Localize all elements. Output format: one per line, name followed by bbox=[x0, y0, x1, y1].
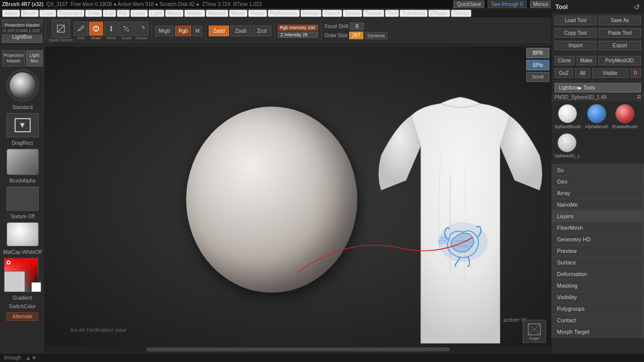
brush-item-sphere[interactable]: SphereBrush bbox=[554, 104, 581, 129]
section-geometry-hd[interactable]: Geometry HD bbox=[551, 233, 644, 245]
scroll-button[interactable]: Scroll bbox=[526, 72, 549, 82]
menu-texture[interactable]: Texture bbox=[363, 10, 384, 17]
section-nanome[interactable]: NanoMe bbox=[551, 199, 644, 210]
lightbox-left-btn[interactable]: LightBox bbox=[26, 50, 43, 66]
brush-item-sphere3d[interactable]: Sphere3D_1 bbox=[554, 133, 580, 158]
rgb-intensity-bar[interactable]: Rgb Intensity 100 bbox=[278, 25, 318, 31]
menu-tool[interactable]: Tool bbox=[385, 10, 399, 17]
scroll-arrows[interactable]: ▲▼ bbox=[25, 354, 37, 361]
save-as-button[interactable]: Save As bbox=[599, 16, 641, 25]
section-array[interactable]: Array bbox=[551, 187, 644, 199]
z-intensity-bar[interactable]: Z Intensity 25 bbox=[278, 32, 318, 38]
dragrect-label: DragRect bbox=[12, 140, 33, 146]
quick-sketch-icon[interactable] bbox=[52, 20, 70, 38]
goz-button[interactable]: GoZ bbox=[554, 68, 573, 78]
section-layers[interactable]: Layers bbox=[551, 210, 644, 222]
import-button[interactable]: Import bbox=[554, 41, 597, 50]
m-button[interactable]: M bbox=[193, 26, 202, 36]
brush-preview[interactable] bbox=[7, 69, 39, 102]
zsub-button[interactable]: Zsub bbox=[230, 26, 251, 36]
copy-tool-button[interactable]: Copy Tool bbox=[554, 28, 597, 38]
brush-alpha-preview[interactable] bbox=[7, 149, 39, 175]
menu-file[interactable]: File bbox=[117, 10, 130, 17]
brush-item-alpha[interactable]: AlphaBrush bbox=[585, 104, 609, 129]
menu-light[interactable]: Light bbox=[148, 10, 165, 17]
menu-material[interactable]: Material bbox=[206, 10, 229, 17]
lightbox-tools-button[interactable]: Lightbox▶ Tools bbox=[554, 83, 641, 93]
section-masking[interactable]: Masking bbox=[551, 280, 644, 291]
scale-icon[interactable] bbox=[119, 22, 133, 36]
spix-button[interactable]: SPix bbox=[526, 60, 549, 70]
polyframe-icon[interactable]: PolyF bbox=[523, 320, 546, 343]
tool-name-r[interactable]: R bbox=[637, 95, 641, 100]
menu-brush[interactable]: Brush bbox=[21, 10, 39, 17]
menu-stencil[interactable]: Stencil bbox=[322, 10, 342, 17]
menu-stroke[interactable]: Stroke bbox=[343, 10, 362, 17]
draw-size-value[interactable]: 287 bbox=[349, 32, 364, 39]
menu-edit[interactable]: Edit bbox=[103, 10, 116, 17]
edit-icon[interactable] bbox=[74, 22, 88, 36]
section-deformation[interactable]: Deformation bbox=[551, 268, 644, 280]
focal-shift-value[interactable]: 0 bbox=[350, 23, 364, 30]
menus-button[interactable]: Menus bbox=[530, 1, 552, 8]
status-bar: through ▲▼ bbox=[0, 353, 644, 362]
focal-shift-label: Focal Shift bbox=[325, 24, 348, 29]
make-button[interactable]: Make bbox=[577, 56, 596, 65]
main-color[interactable] bbox=[4, 271, 25, 292]
color-picker[interactable] bbox=[4, 258, 41, 292]
section-geo[interactable]: Geo bbox=[551, 175, 644, 187]
section-fibermesh[interactable]: FiberMesh bbox=[551, 222, 644, 233]
scale-label: Scale bbox=[121, 36, 131, 40]
menu-macro[interactable]: Macro bbox=[165, 10, 184, 17]
r-button[interactable]: R bbox=[630, 68, 641, 78]
texture-preview[interactable] bbox=[7, 187, 39, 211]
draw-icon[interactable] bbox=[89, 22, 103, 36]
proj-master-left-btn[interactable]: ProjectionMaster bbox=[2, 50, 25, 66]
see-through-button[interactable]: See-through 0 bbox=[488, 1, 526, 8]
bpr-button[interactable]: BPR bbox=[526, 48, 549, 58]
rotate-icon[interactable] bbox=[134, 22, 148, 36]
section-su[interactable]: Su bbox=[551, 164, 644, 175]
section-surface[interactable]: Surface bbox=[551, 256, 644, 268]
switch-color[interactable] bbox=[31, 282, 41, 292]
menu-movie[interactable]: Movie bbox=[229, 10, 248, 17]
paste-tool-button[interactable]: Paste Tool bbox=[599, 28, 641, 38]
menu-draw[interactable]: Draw bbox=[85, 10, 102, 17]
load-tool-button[interactable]: Load Tool bbox=[554, 16, 597, 25]
clone-button[interactable]: Clone bbox=[554, 56, 575, 65]
dragrect-button[interactable] bbox=[7, 113, 39, 137]
matcap-preview[interactable] bbox=[7, 222, 39, 246]
section-morph-target[interactable]: Morph Target bbox=[551, 326, 644, 338]
menu-transform[interactable]: Transform bbox=[399, 10, 427, 17]
menu-zplugin[interactable]: ZPlugin bbox=[428, 10, 450, 17]
menu-alpha[interactable]: Alpha bbox=[2, 10, 20, 17]
menu-marker[interactable]: Marker bbox=[184, 10, 205, 17]
menu-layer[interactable]: Layer bbox=[130, 10, 148, 17]
export-button[interactable]: Export bbox=[599, 41, 641, 50]
rgb-button[interactable]: Rgb bbox=[175, 26, 191, 36]
polymesh3d-button[interactable]: PolyMesh3D bbox=[598, 56, 641, 65]
section-contact[interactable]: Contact bbox=[551, 314, 644, 326]
menu-preferences[interactable]: Preferences bbox=[268, 10, 300, 17]
quicksave-button[interactable]: QuickSave bbox=[453, 1, 485, 8]
refresh-icon[interactable]: ↺ bbox=[634, 3, 640, 11]
move-icon[interactable] bbox=[104, 22, 118, 36]
menu-zscript[interactable]: ZScript bbox=[451, 10, 472, 17]
menu-picker[interactable]: Picker bbox=[248, 10, 267, 17]
canvas-scrollbar[interactable] bbox=[45, 346, 551, 353]
menu-document[interactable]: Document bbox=[57, 10, 85, 17]
section-preview[interactable]: Preview bbox=[551, 245, 644, 256]
canvas-area[interactable]: activer W... les de l'ordinateur pour Po… bbox=[45, 46, 551, 353]
all-button[interactable]: All bbox=[575, 68, 590, 78]
menu-color[interactable]: Color bbox=[39, 10, 56, 17]
mrgb-button[interactable]: Mrgb bbox=[155, 26, 174, 36]
zadd-button[interactable]: Zadd bbox=[209, 26, 229, 36]
zcut-button[interactable]: Zcut bbox=[253, 26, 271, 36]
menu-render[interactable]: Render bbox=[300, 10, 322, 17]
section-polygroups[interactable]: Polygroups bbox=[551, 303, 644, 314]
dynamic-button[interactable]: Dynamic bbox=[365, 32, 387, 39]
alternate-button[interactable]: Alternate bbox=[7, 312, 38, 321]
section-visibility[interactable]: Visibility bbox=[551, 291, 644, 303]
brush-item-eraser[interactable]: EraserBrush bbox=[612, 104, 637, 129]
visible-button[interactable]: Visible bbox=[592, 68, 628, 78]
